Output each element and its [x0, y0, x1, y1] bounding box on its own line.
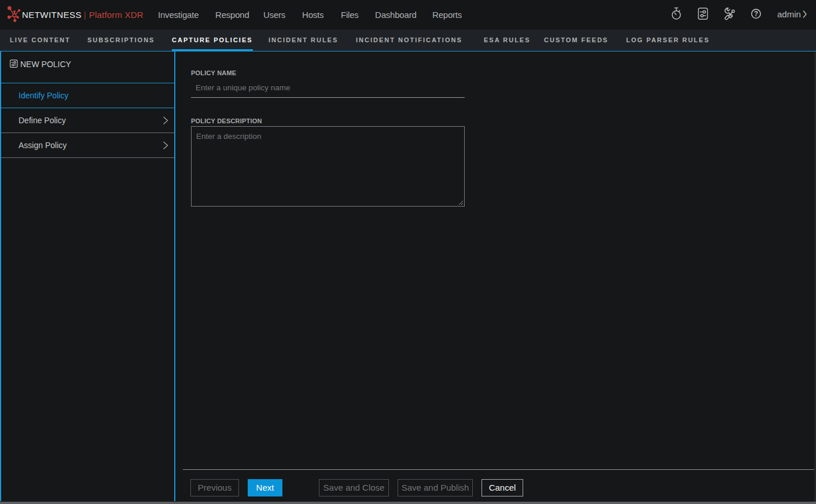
svg-text:?: ?: [754, 10, 758, 18]
